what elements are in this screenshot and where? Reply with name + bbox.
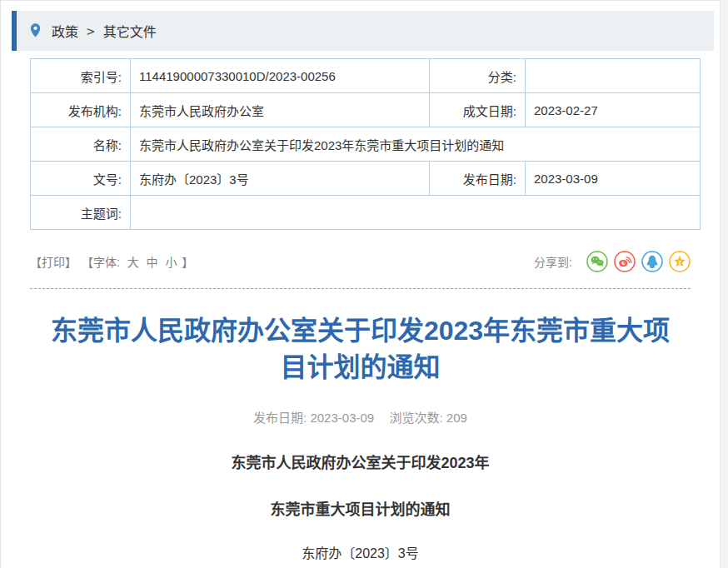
article-publish-date-value: 2023-03-09 (310, 411, 374, 425)
qq-share-icon[interactable] (641, 251, 663, 272)
breadcrumb-link-other-documents[interactable]: 其它文件 (103, 21, 157, 41)
category-value (526, 59, 701, 93)
view-count-label: 浏览次数: (390, 411, 443, 425)
article-publish-date-label: 发布日期: (253, 411, 307, 425)
document-number-value: 东府办〔2023〕3号 (131, 162, 430, 196)
written-date-label: 成文日期: (430, 93, 526, 127)
table-row: 索引号: 11441900007330010D/2023-00256 分类: (31, 59, 701, 93)
font-size-prefix: 【字体: (82, 256, 120, 269)
document-name-label: 名称: (31, 127, 131, 162)
font-size-medium-button[interactable]: 中 (147, 256, 158, 269)
page-title: 东莞市人民政府办公室关于印发2023年东莞市重大项目计划的通知 (38, 312, 682, 386)
breadcrumb-link-policy[interactable]: 政策 (52, 21, 78, 41)
document-heading-line-1: 东莞市人民政府办公室关于印发2023年 (1, 451, 720, 472)
share-to-label: 分享到: (534, 253, 572, 270)
index-number-label: 索引号: (31, 59, 131, 93)
print-button[interactable]: 【打印】 (30, 256, 77, 269)
print-font-controls: 【打印】 【字体: 大 中 小 】 (30, 253, 195, 270)
font-size-large-button[interactable]: 大 (127, 256, 139, 269)
font-size-small-button[interactable]: 小 (165, 256, 177, 269)
location-pin-icon (29, 22, 42, 39)
document-number-label: 文号: (31, 162, 131, 196)
page-container: 政策 > 其它文件 索引号: 11441900007330010D/2023-0… (0, 0, 721, 568)
weibo-share-icon[interactable] (614, 251, 636, 272)
view-count-value: 209 (446, 411, 467, 425)
table-row: 主题词: (31, 196, 701, 230)
wechat-share-icon[interactable] (586, 251, 608, 272)
publish-date-value: 2023-03-09 (526, 162, 701, 196)
written-date-value: 2023-02-27 (526, 93, 701, 127)
index-number-value: 11441900007330010D/2023-00256 (131, 59, 430, 93)
document-number-line: 东府办〔2023〕3号 (1, 542, 720, 562)
document-name-value: 东莞市人民政府办公室关于印发2023年东莞市重大项目计划的通知 (131, 127, 701, 162)
issuing-agency-label: 发布机构: (31, 93, 131, 127)
publish-date-label: 发布日期: (430, 162, 526, 196)
keywords-value (131, 196, 701, 230)
breadcrumb-separator: > (87, 23, 95, 39)
breadcrumb: 政策 > 其它文件 (12, 11, 714, 51)
share-controls: 分享到: (534, 251, 691, 272)
keywords-label: 主题词: (31, 196, 131, 230)
table-row: 名称: 东莞市人民政府办公室关于印发2023年东莞市重大项目计划的通知 (31, 127, 701, 162)
table-row: 文号: 东府办〔2023〕3号 发布日期: 2023-03-09 (31, 162, 701, 196)
qzone-share-icon[interactable] (669, 251, 691, 272)
table-row: 发布机构: 东莞市人民政府办公室 成文日期: 2023-02-27 (31, 93, 701, 127)
font-size-suffix: 】 (182, 256, 193, 269)
document-heading-line-2: 东莞市重大项目计划的通知 (1, 497, 720, 519)
article-toolbar: 【打印】 【字体: 大 中 小 】 分享到: (30, 251, 691, 272)
document-meta-table: 索引号: 11441900007330010D/2023-00256 分类: 发… (30, 58, 701, 230)
issuing-agency-value: 东莞市人民政府办公室 (131, 93, 430, 127)
dashed-divider (30, 288, 691, 289)
article-meta-line: 发布日期: 2023-03-09 浏览次数: 209 (1, 408, 720, 426)
category-label: 分类: (430, 59, 526, 93)
